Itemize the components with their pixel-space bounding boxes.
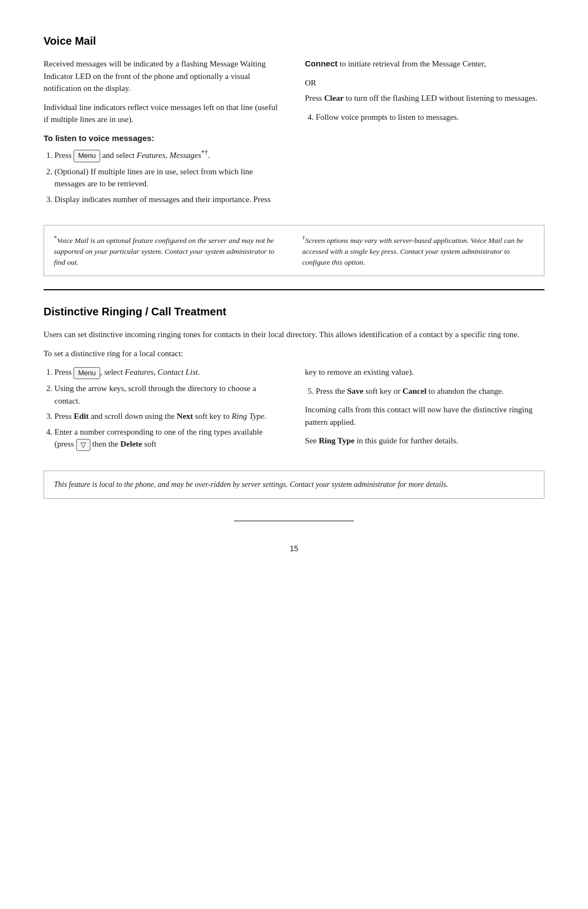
vm-footnote-box: *Voice Mail is an optional feature confi…	[44, 225, 544, 276]
footnote-left-text: Voice Mail is an optional feature config…	[54, 236, 274, 267]
dr-key-remove: key to remove an existing value).	[305, 366, 544, 379]
save-bold: Save	[347, 387, 364, 395]
vm-steps-right: Follow voice prompts to listen to messag…	[316, 111, 544, 124]
voice-mail-title: Voice Mail	[44, 33, 544, 49]
dr-step3: Press Edit and scroll down using the Nex…	[54, 410, 283, 423]
listen-label: To listen to voice messages:	[44, 132, 283, 145]
connect-bold: Connect	[305, 59, 338, 68]
ring-type-after: in this guide for further details.	[354, 436, 458, 445]
edit-bold: Edit	[74, 412, 89, 420]
dr-incoming-text: Incoming calls from this contact will no…	[305, 404, 544, 428]
dr-col-left: Press Menu, select Features, Contact Lis…	[44, 366, 283, 457]
vm-step3: Display indicates number of messages and…	[54, 193, 283, 206]
vm-connect-text: Connect to initiate retrieval from the M…	[305, 58, 544, 70]
dr-step2: Using the arrow keys, scroll through the…	[54, 382, 283, 407]
voice-mail-col-left: Received messages will be indicated by a…	[44, 58, 283, 212]
page-divider	[234, 521, 354, 521]
dr-steps-left: Press Menu, select Features, Contact Lis…	[54, 366, 283, 450]
dr-intro2: To set a distinctive ring for a local co…	[44, 347, 544, 360]
vm-steps-left: Press Menu and select Features, Messages…	[54, 148, 283, 205]
distinctive-ringing-title: Distinctive Ringing / Call Treatment	[44, 303, 544, 320]
dr-step4: Enter a number corresponding to one of t…	[54, 426, 283, 451]
dr-ring-type: See Ring Type in this guide for further …	[305, 435, 544, 447]
vm-para1: Received messages will be indicated by a…	[44, 58, 283, 95]
clear-after: to turn off the flashing LED without lis…	[344, 94, 537, 102]
dr-step1: Press Menu, select Features, Contact Lis…	[54, 366, 283, 379]
footnote-right-text: Screen options may vary with server-base…	[302, 236, 523, 267]
clear-bold: Clear	[324, 94, 344, 102]
step5-mid: soft key or	[364, 387, 403, 395]
vm-step1-press: Press	[54, 151, 74, 160]
italic-box-text: This feature is local to the phone, and …	[54, 480, 448, 489]
ring-type-before: See	[305, 436, 318, 445]
page-number: 15	[44, 543, 544, 554]
delete-bold: Delete	[120, 440, 142, 448]
step5-end: to abandon the change.	[426, 387, 504, 395]
vm-para2: Individual line indicators reflect voice…	[44, 101, 283, 126]
section-divider-1	[44, 289, 544, 290]
dr-intro1: Users can set distinctive incoming ringi…	[44, 328, 544, 341]
vm-step4: Follow voice prompts to listen to messag…	[316, 111, 544, 124]
connect-after: to initiate retrieval from the Message C…	[338, 59, 486, 68]
next-bold: Next	[177, 412, 193, 420]
cancel-bold: Cancel	[402, 387, 426, 395]
menu-key-2: Menu	[74, 367, 100, 379]
vm-clear-text: Press Clear to turn off the flashing LED…	[305, 92, 544, 105]
vm-step1-after: and select Features, Messages*†.	[102, 151, 210, 160]
vm-step2: (Optional) If multiple lines are in use,…	[54, 166, 283, 190]
dr-steps-right: Press the Save soft key or Cancel to aba…	[316, 385, 544, 398]
dr-col-right: key to remove an existing value). Press …	[305, 366, 544, 457]
vm-or: OR	[305, 77, 544, 89]
vm-step1: Press Menu and select Features, Messages…	[54, 148, 283, 162]
voice-mail-col-right: Connect to initiate retrieval from the M…	[305, 58, 544, 212]
dr-step5: Press the Save soft key or Cancel to aba…	[316, 385, 544, 398]
dr-italic-box: This feature is local to the phone, and …	[44, 471, 544, 499]
arrow-down-key: ▽	[76, 439, 90, 451]
ring-type-bold: Ring Type	[318, 436, 354, 445]
menu-key-1: Menu	[74, 150, 100, 162]
footnote-right: †Screen options may vary with server-bas…	[302, 233, 534, 268]
footnote-left: *Voice Mail is an optional feature confi…	[54, 233, 286, 268]
